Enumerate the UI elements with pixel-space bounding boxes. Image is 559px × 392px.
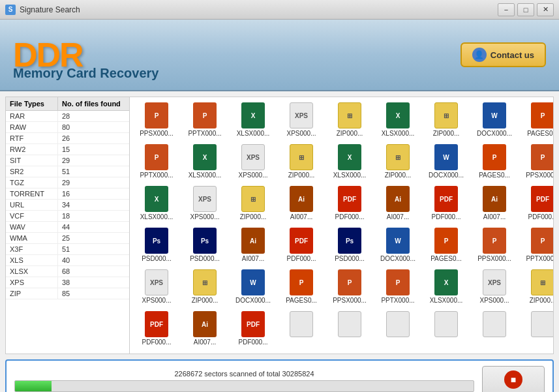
file-item[interactable]: [374, 309, 422, 349]
file-item[interactable]: Ai AI007...: [470, 183, 519, 224]
file-item[interactable]: XPS XPS000...: [181, 183, 229, 224]
file-type-row[interactable]: XPS 38: [6, 277, 129, 288]
file-icon: X: [192, 144, 218, 170]
file-type-row[interactable]: RW2 15: [6, 144, 129, 155]
file-item[interactable]: Ai AI007...: [181, 309, 229, 349]
file-type-row[interactable]: XLSX 68: [6, 266, 129, 277]
file-item[interactable]: Ps PSD000...: [325, 225, 374, 265]
contact-button[interactable]: 👤 Contact us: [461, 42, 546, 67]
file-item[interactable]: [325, 309, 374, 349]
file-item[interactable]: XPS XPS000...: [229, 142, 277, 182]
file-type-row[interactable]: RAW 80: [6, 122, 129, 133]
file-item[interactable]: P PAGES0...: [519, 100, 553, 140]
file-item[interactable]: ⊞ ZIP000...: [181, 267, 229, 307]
file-item[interactable]: Ps PSD000...: [181, 225, 229, 265]
file-type-row[interactable]: WAV 44: [6, 222, 129, 233]
file-type-row[interactable]: RTF 26: [6, 133, 129, 144]
file-item[interactable]: Ai AI007...: [277, 183, 325, 224]
file-item[interactable]: PDF PDF000...: [519, 183, 553, 224]
file-item[interactable]: ⊞ ZIP000...: [277, 142, 325, 182]
file-grid-row: P PPSX000... P PPTX000... X XLSX000... X…: [132, 100, 551, 140]
file-item[interactable]: ⊞ ZIP000...: [422, 100, 470, 140]
file-item[interactable]: W DOCX000...: [470, 100, 519, 140]
file-count-cell: 28: [58, 111, 129, 121]
file-item[interactable]: W DOCX000...: [374, 225, 422, 265]
stop-search-button[interactable]: ■ Stop Search: [482, 366, 545, 392]
file-type-row[interactable]: TGZ 29: [6, 177, 129, 188]
file-item[interactable]: Ps PSD000...: [132, 225, 181, 265]
file-type-cell: RW2: [6, 144, 58, 155]
file-type-row[interactable]: X3F 51: [6, 244, 129, 255]
file-label: AI007...: [242, 255, 264, 263]
file-label: PPTX000...: [140, 172, 173, 179]
file-item[interactable]: ⊞ ZIP000...: [519, 267, 553, 307]
file-item[interactable]: XPS XPS000...: [277, 100, 325, 140]
file-item[interactable]: XPS XPS000...: [470, 267, 519, 307]
main-content: File Types No. of files found RAR 28 RAW…: [5, 97, 554, 354]
file-type-row[interactable]: URL 34: [6, 200, 129, 211]
file-item[interactable]: Ai AI007...: [229, 225, 277, 265]
file-item[interactable]: ⊞ ZIP000...: [325, 100, 374, 140]
file-item[interactable]: P PPSX000...: [132, 100, 181, 140]
file-type-row[interactable]: RAR 28: [6, 111, 129, 122]
progress-bar-fill: [15, 381, 52, 391]
file-type-row[interactable]: VCF 18: [6, 211, 129, 222]
file-type-cell: XLSX: [6, 266, 58, 277]
file-item[interactable]: P PPTX000...: [374, 267, 422, 307]
file-type-row[interactable]: SR2 51: [6, 166, 129, 177]
file-icon: P: [481, 228, 507, 254]
file-item[interactable]: X XLSX000...: [374, 100, 422, 140]
file-item[interactable]: [422, 309, 470, 349]
contact-icon: 👤: [472, 48, 487, 62]
file-item[interactable]: X XLSX000...: [229, 100, 277, 140]
window-controls: − □ ✕: [498, 3, 554, 16]
file-type-row[interactable]: XLS 40: [6, 255, 129, 266]
file-icon: W: [385, 228, 411, 254]
file-item[interactable]: [277, 309, 325, 349]
progress-text: 2268672 sectors scanned of total 3028582…: [14, 370, 474, 378]
file-item[interactable]: PDF PDF000...: [132, 309, 181, 349]
minimize-button[interactable]: −: [498, 3, 515, 16]
file-icon: P: [337, 269, 363, 295]
file-type-row[interactable]: ZIP 85: [6, 288, 129, 299]
file-item[interactable]: W DOCX000...: [422, 142, 470, 182]
file-item[interactable]: PDF PDF000...: [229, 309, 277, 349]
file-item[interactable]: P PPTX000...: [181, 100, 229, 140]
file-item[interactable]: ⊞ ZIP000...: [229, 183, 277, 224]
file-label: PPSX000...: [526, 172, 553, 179]
maximize-button[interactable]: □: [517, 3, 534, 16]
file-label: PDF000...: [431, 213, 461, 221]
file-item[interactable]: X XLSX000...: [132, 183, 181, 224]
file-item[interactable]: P PPTX000...: [132, 142, 181, 182]
file-label: AI007...: [290, 213, 312, 221]
file-item[interactable]: XPS XPS000...: [132, 267, 181, 307]
file-icon: Ai: [240, 228, 266, 254]
file-item[interactable]: PDF PDF000...: [325, 183, 374, 224]
file-item[interactable]: P PPSX000...: [325, 267, 374, 307]
file-item[interactable]: P PAGES0...: [470, 142, 519, 182]
file-icon: PDF: [240, 311, 266, 337]
file-type-row[interactable]: SIT 29: [6, 155, 129, 166]
file-item[interactable]: X XLSX000...: [181, 142, 229, 182]
file-item[interactable]: X XLSX000...: [422, 267, 470, 307]
file-item[interactable]: Ai AI007...: [374, 183, 422, 224]
file-item[interactable]: P PAGES0...: [277, 267, 325, 307]
right-panel: P PPSX000... P PPTX000... X XLSX000... X…: [130, 97, 553, 354]
file-item[interactable]: [470, 309, 519, 349]
file-item[interactable]: [519, 309, 553, 349]
file-type-row[interactable]: WMA 25: [6, 233, 129, 244]
file-label: PSD000...: [142, 255, 172, 263]
file-item[interactable]: W DOCX000...: [229, 267, 277, 307]
file-item[interactable]: P PPSX000...: [519, 142, 553, 182]
file-item[interactable]: PDF PDF000...: [277, 225, 325, 265]
file-item[interactable]: PDF PDF000...: [422, 183, 470, 224]
file-item[interactable]: P PPTX000...: [519, 225, 553, 265]
file-item[interactable]: P PPSX000...: [470, 225, 519, 265]
close-button[interactable]: ✕: [537, 3, 554, 16]
file-item[interactable]: ⊞ ZIP000...: [374, 142, 422, 182]
file-label: DOCX000...: [429, 172, 464, 179]
file-icon: ⊞: [337, 102, 363, 128]
file-type-row[interactable]: TORRENT 16: [6, 188, 129, 200]
file-item[interactable]: P PAGES0...: [422, 225, 470, 265]
file-item[interactable]: X XLSX000...: [325, 142, 374, 182]
